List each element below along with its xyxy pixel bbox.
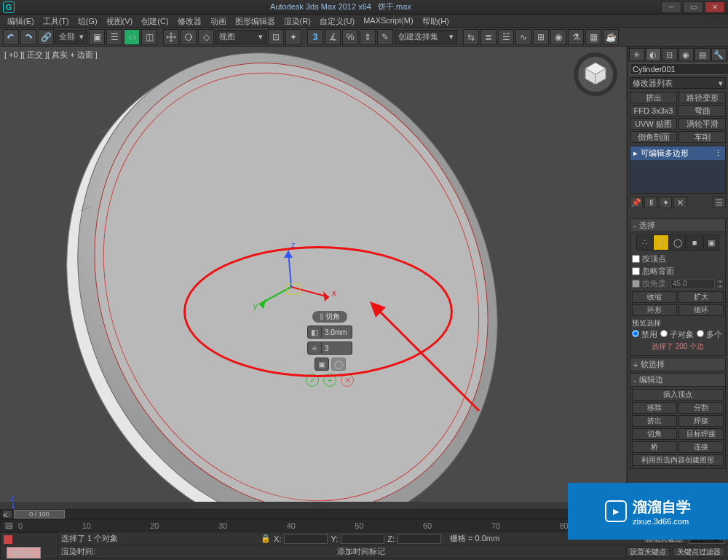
caddy-apply-button[interactable]: +: [323, 374, 336, 387]
align-button[interactable]: ≣: [480, 29, 496, 45]
time-slider-thumb[interactable]: 0 / 100: [14, 510, 65, 518]
use-pivot-button[interactable]: ⊡: [268, 29, 284, 45]
y-coord-field[interactable]: [341, 534, 384, 544]
caddy-cancel-button[interactable]: ✕: [341, 374, 354, 387]
ring-button[interactable]: 环形: [632, 304, 677, 316]
modset-bevelprofile[interactable]: 倒角剖面: [630, 131, 677, 143]
remove-button[interactable]: 移除: [632, 402, 677, 414]
undo-button[interactable]: [3, 29, 19, 45]
chamfer-open-toggle[interactable]: ▣: [314, 358, 329, 371]
split-button[interactable]: 分割: [678, 402, 724, 414]
subobj-polygon[interactable]: ■: [687, 234, 703, 251]
preview-multi-radio[interactable]: [697, 330, 704, 337]
subobj-edge[interactable]: ╱: [653, 234, 669, 251]
rendered-frame-button[interactable]: ▦: [585, 29, 601, 45]
make-unique-button[interactable]: ✦: [659, 197, 672, 208]
display-tab[interactable]: ▤: [695, 48, 711, 61]
viewcube[interactable]: [574, 52, 617, 96]
subobj-vertex[interactable]: ∴: [636, 234, 652, 251]
move-button[interactable]: [163, 29, 179, 45]
menu-tools[interactable]: 工具(T): [39, 15, 74, 27]
bridge-button[interactable]: 桥: [632, 441, 677, 453]
modset-extrude[interactable]: 挤出: [630, 92, 677, 103]
weld-button[interactable]: 焊接: [678, 415, 724, 427]
material-editor-button[interactable]: ◉: [550, 29, 566, 45]
chamfer-amount-field[interactable]: 3.0mm: [322, 326, 352, 339]
layers-button[interactable]: ☱: [498, 29, 514, 45]
modset-ffd[interactable]: FFD 3x3x3: [630, 105, 677, 117]
hierarchy-tab[interactable]: ⊟: [662, 48, 678, 61]
menu-rendering[interactable]: 渲染(R): [280, 15, 315, 27]
configure-sets-button[interactable]: ☰: [713, 197, 726, 208]
select-manipulate-button[interactable]: ✦: [285, 29, 301, 45]
menu-maxscript[interactable]: MAXScript(M): [359, 15, 417, 27]
render-button[interactable]: ☕: [603, 29, 619, 45]
curve-editor-button[interactable]: ∿: [515, 29, 531, 45]
rollout-editedges-header[interactable]: -编辑边: [630, 373, 726, 387]
redo-button[interactable]: [20, 29, 36, 45]
goto-line-button[interactable]: 所在行: [7, 547, 41, 559]
window-crossing-button[interactable]: ◫: [141, 29, 157, 45]
minimize-button[interactable]: ─: [661, 1, 681, 13]
modifier-stack[interactable]: ▸ 可编辑多边形⋮: [630, 146, 726, 194]
create-shape-button[interactable]: 利用所选内容创建图形: [632, 454, 724, 466]
set-key-button[interactable]: 设置关键点: [626, 547, 670, 557]
named-selection-dropdown[interactable]: 创建选择集▾: [395, 30, 457, 44]
menu-group[interactable]: 组(G): [74, 15, 102, 27]
menu-graph-editors[interactable]: 图形编辑器: [231, 15, 280, 27]
viewport[interactable]: [ +0 ][ 正交 ][ 真实 + 边面 ] x y z: [0, 47, 626, 502]
menu-views[interactable]: 视图(V): [102, 15, 138, 27]
create-tab[interactable]: ✳: [629, 48, 645, 61]
modset-turbosmooth[interactable]: 涡轮平滑: [678, 118, 726, 130]
rollout-softsel-header[interactable]: +软选择: [630, 358, 726, 371]
trackbar-toggle[interactable]: ⊟: [4, 521, 14, 530]
modset-bend[interactable]: 弯曲: [678, 105, 726, 117]
close-button[interactable]: ✕: [705, 1, 725, 13]
chamfer-segments-icon[interactable]: ≡: [307, 342, 322, 355]
selection-filter-dropdown[interactable]: 全部▾: [55, 30, 87, 44]
loop-button[interactable]: 循环: [678, 304, 724, 316]
utilities-tab[interactable]: 🔧: [711, 48, 727, 61]
scale-button[interactable]: ◇: [198, 29, 214, 45]
select-by-name-button[interactable]: ☰: [106, 29, 122, 45]
by-angle-checkbox[interactable]: [632, 280, 640, 288]
grow-button[interactable]: 扩大: [678, 291, 724, 303]
angle-spinner-up[interactable]: ▴: [716, 279, 724, 284]
menu-create[interactable]: 创建(C): [137, 15, 173, 27]
modifier-list-dropdown[interactable]: 修改器列表▾: [630, 77, 726, 89]
target-weld-button[interactable]: 目标焊接: [678, 428, 724, 440]
render-setup-button[interactable]: ⚗: [568, 29, 584, 45]
caddy-ok-button[interactable]: ✓: [306, 374, 319, 387]
by-vertex-checkbox[interactable]: [632, 255, 640, 263]
subobj-element[interactable]: ▣: [703, 234, 719, 251]
ignore-backfacing-checkbox[interactable]: [632, 267, 640, 275]
ref-coord-dropdown[interactable]: 视图▾: [215, 30, 266, 44]
modify-tab[interactable]: ◐: [646, 48, 662, 61]
shrink-button[interactable]: 收缩: [632, 291, 677, 303]
subobj-border[interactable]: ◯: [670, 234, 686, 251]
spinner-snap-button[interactable]: ⇕: [360, 29, 376, 45]
angle-snap-button[interactable]: ∡: [325, 29, 341, 45]
menu-help[interactable]: 帮助(H): [418, 15, 454, 27]
chamfer-segments-field[interactable]: 3: [322, 342, 352, 355]
menu-customize[interactable]: 自定义(U): [315, 15, 359, 27]
insert-vertex-button[interactable]: 插入顶点: [632, 389, 724, 401]
maximize-button[interactable]: ▭: [683, 1, 703, 13]
add-time-tag-button[interactable]: 添加时间标记: [337, 546, 385, 557]
pin-stack-button[interactable]: 📌: [630, 197, 643, 208]
menu-edit[interactable]: 编辑(E): [3, 15, 39, 27]
menu-animation[interactable]: 动画: [206, 15, 231, 27]
percent-snap-button[interactable]: %: [342, 29, 358, 45]
angle-spinner-down[interactable]: ▾: [716, 284, 724, 289]
rect-select-button[interactable]: ▭: [124, 29, 140, 45]
script-rec-icon[interactable]: [4, 535, 12, 544]
menu-modifiers[interactable]: 修改器: [173, 15, 206, 27]
remove-mod-button[interactable]: ✕: [673, 197, 687, 208]
modset-uvw[interactable]: UVW 贴图: [630, 118, 677, 130]
chamfer-button[interactable]: 切角: [632, 428, 677, 440]
modset-lathe[interactable]: 车削: [678, 131, 726, 143]
schematic-view-button[interactable]: ⊞: [533, 29, 549, 45]
extrude-edge-button[interactable]: 挤出: [632, 415, 677, 427]
link-button[interactable]: 🔗: [38, 29, 54, 45]
lock-icon[interactable]: 🔒: [261, 534, 271, 544]
